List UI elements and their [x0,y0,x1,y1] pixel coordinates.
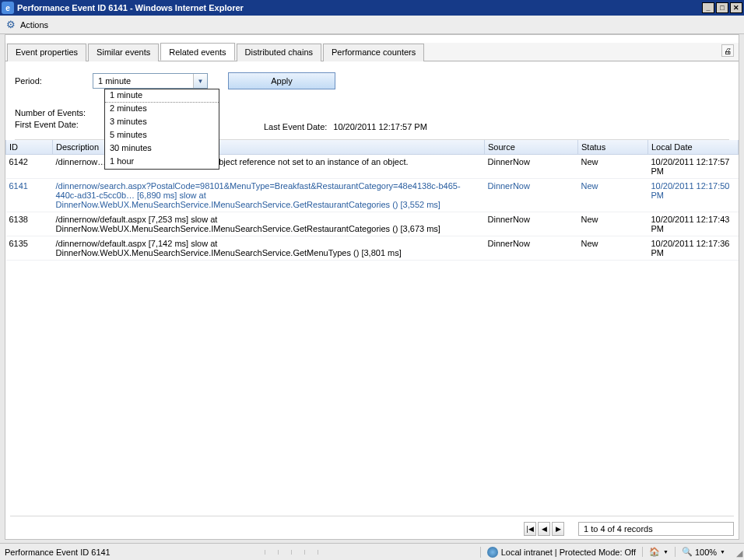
security-zone[interactable]: Local intranet | Protected Mode: Off [480,547,642,558]
tab-label: Event properties [16,47,78,57]
cell-description: /dinnernow/search.aspx?PostalCode=98101&… [53,179,485,212]
col-local-date[interactable]: Local Date [648,140,739,155]
col-id[interactable]: ID [6,140,53,155]
maximize-button[interactable]: □ [716,2,728,13]
cell-id: 6138 [6,212,53,236]
actions-bar: ⚙ Actions [0,16,744,34]
tab-event-properties[interactable]: Event properties [7,44,86,61]
period-option[interactable]: 1 minute [105,89,219,103]
cell-date: 10/20/2011 12:17:50 PM [648,179,739,212]
cell-source: DinnerNow [485,236,578,261]
cell-description: /dinnernow/default.aspx [7,142 ms] slow … [53,236,485,261]
print-icon[interactable]: 🖨 [721,44,734,57]
cell-source: DinnerNow [485,155,578,179]
table-row[interactable]: 6135/dinnernow/default.aspx [7,142 ms] s… [6,236,739,261]
status-cell [278,550,291,555]
tab-label: Related events [169,47,226,57]
home-icon: 🏠 [649,547,660,557]
period-option[interactable]: 2 minutes [105,103,219,116]
status-cell [318,550,331,555]
tab-related-events[interactable]: Related events [160,43,234,61]
period-option[interactable]: 5 minutes [105,129,219,142]
period-selected-value: 1 minute [98,76,131,86]
table-row[interactable]: 6141/dinnernow/search.aspx?PostalCode=98… [6,179,739,212]
period-label: Period: [15,76,93,86]
cell-source: DinnerNow [485,179,578,212]
zone-text: Local intranet | Protected Mode: Off [501,548,636,557]
chevron-down-icon: ▼ [663,549,669,555]
resize-grip[interactable]: ◢ [732,544,744,560]
tab-label: Distributed chains [245,47,313,57]
chevron-down-icon: ▼ [193,74,207,88]
records-info: 1 to 4 of 4 records [578,522,734,536]
tab-strip: Event properties Similar events Related … [5,43,739,61]
ie-icon: e [2,2,14,14]
status-cell [265,550,278,555]
safety-dropdown[interactable]: 🏠 ▼ [642,547,675,557]
cell-status: New [578,212,648,236]
cell-id: 6141 [6,179,53,212]
tab-label: Performance counters [332,47,416,57]
period-select[interactable]: 1 minute ▼ [93,73,208,89]
cell-description: /dinnernow/default.aspx [7,253 ms] slow … [53,212,485,236]
col-source[interactable]: Source [485,140,578,155]
zoom-control[interactable]: 🔍 100% ▼ [675,547,732,557]
status-left: Performance Event ID 6141 [0,548,265,557]
last-event-date-label: Last Event Date: [264,122,327,131]
tab-similar-events[interactable]: Similar events [88,44,159,61]
cell-status: New [578,155,648,179]
tab-performance-counters[interactable]: Performance counters [323,44,424,61]
minimize-button[interactable]: _ [702,2,714,13]
tab-label: Similar events [97,47,150,57]
cell-id: 6142 [6,155,53,179]
cell-status: New [578,236,648,261]
actions-label[interactable]: Actions [20,20,48,30]
table-row[interactable]: 6138/dinnernow/default.aspx [7,253 ms] s… [6,212,739,236]
cell-date: 10/20/2011 12:17:36 PM [648,236,739,261]
period-dropdown: 1 minute 2 minutes 3 minutes 5 minutes 3… [104,89,219,170]
cell-source: DinnerNow [485,212,578,236]
pagination: |◀ ◀ ▶ 1 to 4 of 4 records [10,516,734,536]
globe-icon [487,547,498,558]
period-option[interactable]: 30 minutes [105,142,219,156]
chevron-down-icon: ▼ [720,549,725,555]
close-button[interactable]: ✕ [730,2,742,13]
window-title: Performance Event ID 6141 - Windows Inte… [17,3,700,12]
period-option[interactable]: 1 hour [105,156,219,169]
page-prev-button[interactable]: ◀ [538,522,550,536]
cell-status: New [578,179,648,212]
status-cell [304,550,318,555]
window-titlebar: e Performance Event ID 6141 - Windows In… [0,0,744,16]
cell-date: 10/20/2011 12:17:43 PM [648,212,739,236]
period-option[interactable]: 3 minutes [105,116,219,129]
magnifier-icon: 🔍 [682,547,693,557]
cell-id: 6135 [6,236,53,261]
tab-distributed-chains[interactable]: Distributed chains [237,44,321,61]
page-next-button[interactable]: ▶ [552,522,564,536]
gear-icon: ⚙ [5,19,17,31]
zoom-value: 100% [695,548,717,557]
status-bar: Performance Event ID 6141 Local intranet… [0,543,744,560]
apply-button[interactable]: Apply [228,72,335,89]
apply-label: Apply [271,76,293,86]
content-panel: Event properties Similar events Related … [5,34,739,540]
last-event-date-value: 10/20/2011 12:17:57 PM [333,122,426,131]
page-first-button[interactable]: |◀ [524,522,536,536]
cell-date: 10/20/2011 12:17:57 PM [648,155,739,179]
col-status[interactable]: Status [578,140,648,155]
status-cell [291,550,304,555]
filter-form: Period: 1 minute ▼ Apply 1 minute 2 minu… [5,61,739,140]
